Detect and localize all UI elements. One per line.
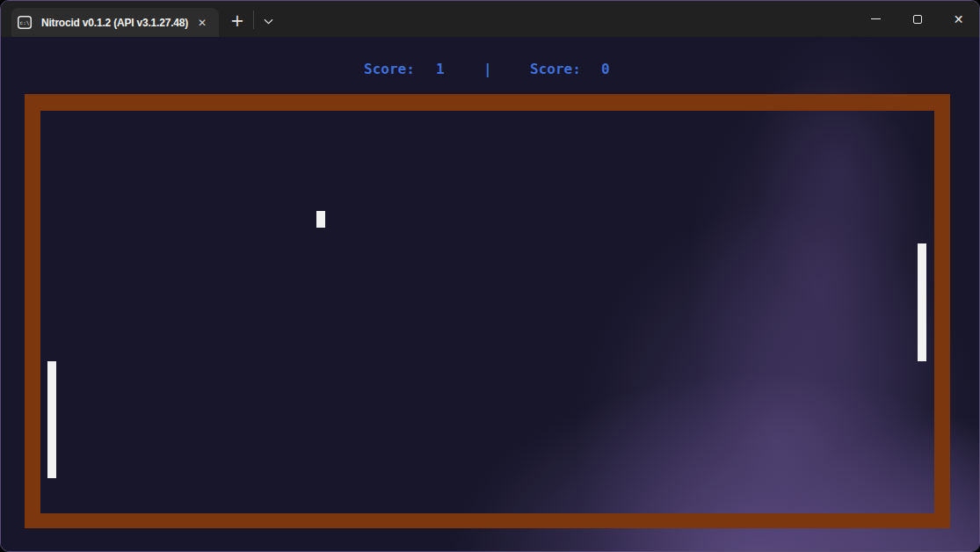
score-left-value: 1	[436, 61, 445, 77]
terminal-screen[interactable]: Score: 1 | Score: 0	[1, 37, 980, 552]
right-paddle	[918, 243, 926, 361]
ball	[316, 211, 325, 228]
new-tab-button[interactable]: +	[226, 8, 249, 33]
left-paddle	[47, 361, 56, 478]
tab-nitrocid[interactable]: c:\ Nitrocid v0.1.2 (API v3.1.27.48) ✕	[11, 8, 219, 37]
titlebar-divider	[253, 11, 254, 29]
terminal-window: c:\ Nitrocid v0.1.2 (API v3.1.27.48) ✕ +…	[0, 0, 980, 552]
maximize-button[interactable]	[897, 1, 938, 37]
window-controls: ✕	[855, 1, 979, 37]
score-left-label: Score:	[364, 61, 415, 77]
svg-text:c:\: c:\	[20, 19, 30, 25]
score-right-label: Score:	[530, 61, 581, 77]
maximize-icon	[913, 15, 922, 24]
chevron-down-icon	[264, 14, 273, 27]
tab-title: Nitrocid v0.1.2 (API v3.1.27.48)	[41, 17, 189, 29]
tab-close-button[interactable]: ✕	[194, 16, 210, 30]
titlebar: c:\ Nitrocid v0.1.2 (API v3.1.27.48) ✕ +…	[1, 1, 979, 37]
tab-dropdown-button[interactable]	[258, 10, 279, 31]
close-button[interactable]: ✕	[938, 1, 979, 37]
score-separator: |	[483, 61, 492, 77]
score-right-value: 0	[601, 61, 610, 77]
minimize-icon	[871, 18, 881, 19]
minimize-button[interactable]	[855, 1, 897, 37]
terminal-icon: c:\	[18, 16, 32, 29]
game-field-border	[25, 94, 950, 528]
